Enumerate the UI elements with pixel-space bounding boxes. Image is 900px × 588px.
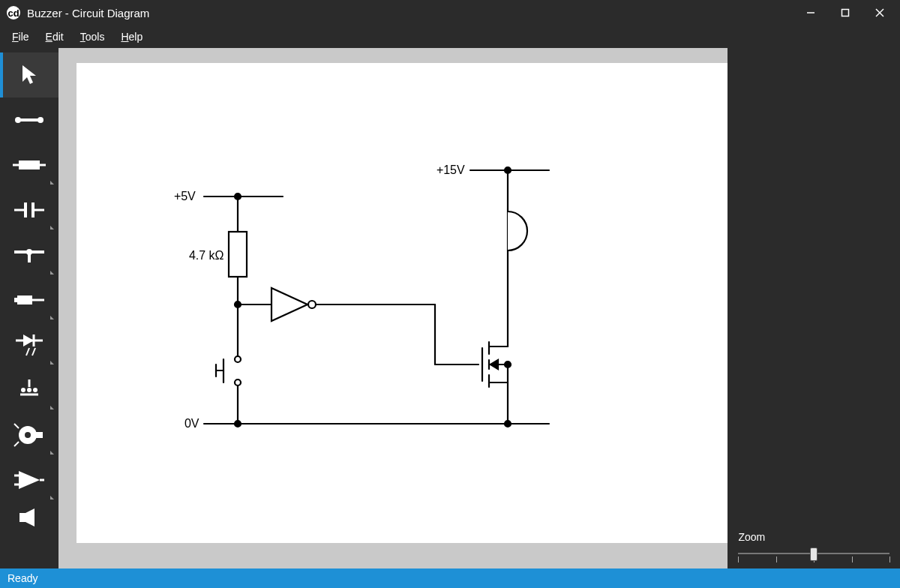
tool-resistor[interactable] — [0, 142, 58, 188]
title-bar: cd Buzzer - Circuit Diagram — [0, 0, 900, 26]
svg-rect-47 — [229, 232, 247, 277]
opamp-icon — [14, 470, 44, 490]
tool-motor[interactable] — [0, 412, 58, 458]
label-plus5v: +5V — [174, 190, 196, 203]
svg-text:cd: cd — [8, 8, 19, 19]
expander-icon — [50, 226, 54, 230]
menu-edit[interactable]: Edit — [38, 28, 71, 45]
right-panel: Zoom — [728, 48, 900, 568]
capacitor-icon — [14, 201, 44, 219]
tool-speaker[interactable] — [0, 502, 58, 532]
svg-point-51 — [235, 356, 241, 362]
label-0v: 0V — [184, 417, 200, 430]
tool-ground[interactable] — [0, 368, 58, 412]
svg-marker-42 — [26, 508, 34, 526]
maximize-button[interactable] — [828, 0, 862, 26]
app-icon: cd — [6, 5, 21, 20]
label-plus15v: +15V — [436, 164, 465, 177]
svg-point-28 — [21, 388, 26, 392]
svg-point-76 — [235, 302, 241, 308]
svg-marker-23 — [23, 334, 34, 346]
window-title: Buzzer - Circuit Diagram — [27, 7, 149, 20]
svg-marker-57 — [272, 288, 308, 321]
circuit-drawing — [76, 63, 728, 543]
motor-icon — [14, 424, 44, 446]
svg-point-8 — [38, 117, 44, 123]
expander-icon — [50, 361, 54, 364]
svg-line-25 — [26, 348, 29, 356]
canvas-area[interactable]: +5V +15V 0V 4.7 kΩ — [58, 48, 728, 568]
svg-point-30 — [33, 388, 38, 392]
junction-icon — [14, 246, 44, 264]
tool-capacitor[interactable] — [0, 188, 58, 232]
svg-line-36 — [14, 442, 19, 446]
svg-rect-41 — [20, 513, 26, 522]
wire-icon — [14, 116, 44, 124]
connector-icon — [14, 292, 44, 308]
svg-point-18 — [26, 249, 32, 255]
zoom-slider-thumb[interactable] — [810, 548, 818, 561]
svg-point-78 — [505, 167, 511, 173]
status-bar: Ready — [0, 568, 900, 588]
speaker-icon — [18, 508, 40, 526]
close-button[interactable] — [862, 0, 897, 26]
svg-point-75 — [235, 194, 241, 200]
expander-icon — [50, 496, 54, 500]
label-resistor-value: 4.7 kΩ — [189, 249, 224, 262]
circuit-canvas[interactable]: +5V +15V 0V 4.7 kΩ — [76, 63, 728, 543]
svg-point-52 — [235, 380, 241, 386]
svg-line-26 — [32, 348, 35, 356]
tool-connector[interactable] — [0, 278, 58, 322]
expander-icon — [50, 316, 54, 320]
pointer-icon — [20, 64, 39, 86]
svg-point-80 — [505, 421, 511, 427]
svg-rect-34 — [35, 432, 43, 438]
zoom-label: Zoom — [738, 531, 890, 543]
svg-point-33 — [25, 432, 31, 438]
svg-rect-19 — [17, 296, 32, 304]
ground-icon — [16, 380, 43, 400]
expander-icon — [50, 406, 54, 410]
expander-icon — [50, 451, 54, 454]
svg-marker-37 — [19, 471, 40, 489]
menu-help[interactable]: Help — [113, 28, 150, 45]
svg-point-77 — [235, 421, 241, 427]
svg-rect-20 — [14, 298, 17, 302]
expander-icon — [50, 181, 54, 184]
tool-wire[interactable] — [0, 98, 58, 142]
tool-pointer[interactable] — [0, 52, 58, 98]
zoom-slider[interactable] — [738, 546, 890, 561]
diode-icon — [16, 334, 43, 356]
svg-rect-10 — [19, 160, 40, 170]
toolbox — [0, 48, 58, 568]
svg-point-29 — [27, 388, 32, 392]
minimize-button[interactable] — [794, 0, 828, 26]
svg-marker-72 — [490, 360, 498, 369]
zoom-control: Zoom — [728, 525, 900, 568]
expander-icon — [50, 271, 54, 274]
svg-line-35 — [14, 424, 19, 428]
menu-bar: File Edit Tools Help — [0, 26, 900, 48]
svg-rect-3 — [842, 10, 849, 16]
tool-opamp[interactable] — [0, 458, 58, 502]
status-text: Ready — [8, 572, 38, 584]
svg-point-79 — [505, 362, 511, 368]
menu-tools[interactable]: Tools — [73, 28, 112, 45]
resistor-icon — [13, 158, 46, 172]
tool-diode[interactable] — [0, 322, 58, 368]
menu-file[interactable]: File — [4, 28, 37, 45]
svg-point-58 — [308, 301, 316, 308]
tool-junction[interactable] — [0, 232, 58, 278]
